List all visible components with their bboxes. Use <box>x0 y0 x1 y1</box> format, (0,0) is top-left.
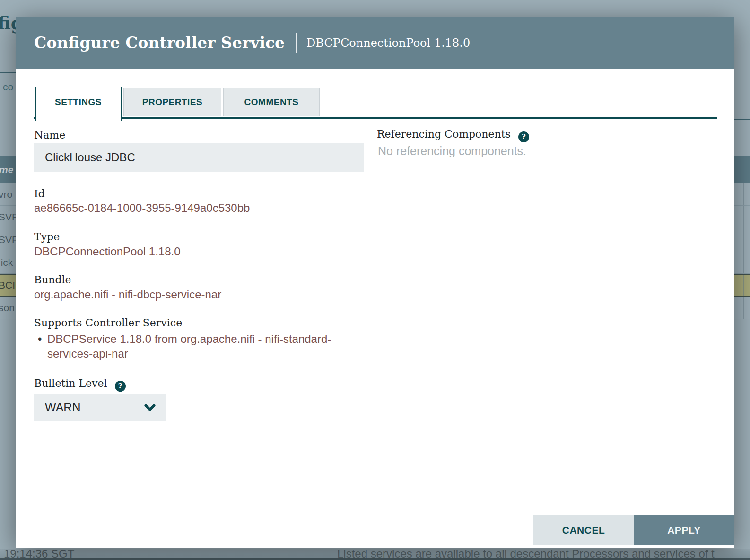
name-input[interactable] <box>34 143 364 172</box>
bg-table-row: SVF <box>0 206 16 228</box>
bg-table-row: vro <box>0 183 16 206</box>
bg-footer-edge <box>0 558 750 560</box>
no-referencing-components-text: No referencing components. <box>378 144 526 158</box>
apply-button[interactable]: APPLY <box>634 515 734 545</box>
title-separator <box>296 33 297 53</box>
referencing-components-label: Referencing Components? <box>377 128 529 142</box>
supports-controller-service-label: Supports Controller Service <box>34 317 182 329</box>
dialog-title: Configure Controller Service <box>34 34 285 52</box>
bg-table-header: me <box>0 156 16 183</box>
id-label: Id <box>34 188 45 200</box>
help-icon[interactable]: ? <box>115 381 126 392</box>
bg-selected-table-row <box>734 274 750 297</box>
bundle-value: org.apache.nifi - nifi-dbcp-service-nar <box>34 288 221 301</box>
bundle-label: Bundle <box>34 274 71 286</box>
tab-comments[interactable]: COMMENTS <box>223 88 320 116</box>
tab-settings[interactable]: SETTINGS <box>35 87 122 121</box>
help-icon[interactable]: ? <box>518 131 529 142</box>
bg-table <box>734 183 750 319</box>
bg-table-row: SVF <box>0 228 16 251</box>
cancel-button[interactable]: CANCEL <box>533 515 634 545</box>
dialog-subtitle: DBCPConnectionPool 1.18.0 <box>306 36 470 50</box>
bg-table-row <box>734 183 750 206</box>
bg-table-row: son <box>0 297 16 319</box>
bg-table-row <box>734 206 750 228</box>
bg-divider <box>0 72 16 73</box>
bulletin-level-value: WARN <box>45 401 143 414</box>
bg-table-header <box>734 156 750 183</box>
bg-table: vro SVF SVF lick BCI son <box>0 183 16 319</box>
dialog-header: Configure Controller Service DBCPConnect… <box>16 17 734 69</box>
tabs-underline <box>34 117 717 119</box>
bg-table-row <box>734 228 750 251</box>
background-page: fig co me vro SVF SVF lick BCI son 19:14… <box>0 0 750 560</box>
tab-properties[interactable]: PROPERTIES <box>123 88 221 116</box>
type-label: Type <box>34 231 60 243</box>
supports-service-list: • DBCPService 1.18.0 from org.apache.nif… <box>38 332 369 361</box>
name-label: Name <box>34 129 65 141</box>
chevron-down-icon <box>143 400 157 414</box>
bg-table-row: lick <box>0 251 16 274</box>
bg-table-row <box>734 297 750 319</box>
bg-table-header-label: me <box>0 164 13 175</box>
bulletin-level-label: Bulletin Level? <box>34 377 126 392</box>
id-value: ae86665c-0184-1000-3955-9149a0c530bb <box>34 201 250 215</box>
supports-service-item: • DBCPService 1.18.0 from org.apache.nif… <box>38 332 369 361</box>
bg-table-row <box>734 251 750 274</box>
configure-controller-service-dialog: Configure Controller Service DBCPConnect… <box>16 17 734 548</box>
bg-divider <box>734 119 750 120</box>
bg-tab-fragment: co <box>3 81 13 93</box>
bulletin-level-dropdown[interactable]: WARN <box>34 394 166 421</box>
type-value: DBCPConnectionPool 1.18.0 <box>34 245 181 258</box>
bg-selected-table-row: BCI <box>0 274 16 297</box>
bullet-icon: • <box>38 332 47 361</box>
